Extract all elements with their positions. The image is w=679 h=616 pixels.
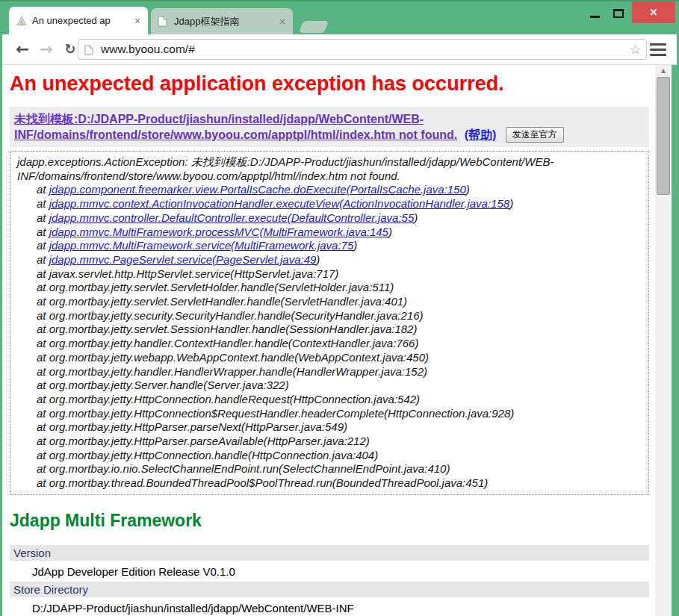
maximize-icon — [613, 9, 624, 18]
back-arrow-icon: ← — [16, 40, 29, 58]
tab-jdapp-guide[interactable]: Jdapp框架指南 × — [151, 8, 293, 34]
send-to-official-button[interactable]: 发送至官方 — [506, 127, 564, 143]
stack-frame: at javax.servlet.http.HttpServlet.servic… — [17, 267, 642, 281]
stack-frame: at org.mortbay.jetty.HttpConnection.hand… — [17, 449, 642, 463]
close-icon: ✕ — [650, 7, 658, 18]
url-input[interactable]: www.byoou.com/# — [101, 40, 195, 59]
stack-frame: at jdapp.mmvc.MultiFramework.processMVC(… — [17, 225, 642, 240]
bookmark-star-icon[interactable]: ☆ — [630, 40, 641, 59]
tab-close-icon[interactable]: × — [131, 15, 143, 27]
stack-frame: at org.mortbay.jetty.HttpParser.parseNex… — [17, 420, 642, 435]
scroll-up-arrow[interactable]: ▲ — [655, 65, 672, 77]
exception-message: jdapp.exceptions.ActionException: 未找到模板:… — [17, 155, 642, 183]
tab-close-icon[interactable]: × — [276, 16, 288, 28]
stack-frame: at org.mortbay.jetty.servlet.ServletHand… — [17, 295, 642, 309]
section-value-store-directory: D:/JDAPP-Product/jiashun/installed/jdapp… — [32, 602, 655, 615]
section-value-version: JdApp Developer Edition Release V0.1.0 — [32, 565, 655, 578]
framework-title: Jdapp Multi Framework — [10, 511, 655, 531]
stack-frame-link[interactable]: jdapp.mmvc.MultiFramework.processMVC(Mul… — [49, 225, 388, 238]
reload-icon: ↻ — [64, 41, 75, 57]
template-error-link[interactable]: 未找到模板:D:/JDAPP-Product/jiashun/installed… — [14, 113, 457, 141]
back-button[interactable]: ← — [11, 34, 34, 64]
section-label-version: Version — [10, 545, 649, 561]
stack-frame: at jdapp.component.freemarker.view.Porta… — [17, 183, 642, 197]
maximize-button[interactable] — [607, 6, 630, 21]
stack-frame: at org.mortbay.jetty.security.SecurityHa… — [17, 309, 642, 323]
section-label-store-directory: Store Directory — [10, 582, 649, 597]
stack-frame-link[interactable]: jdapp.mmvc.PageServlet.service(PageServl… — [49, 253, 317, 266]
scrollbar-thumb[interactable] — [657, 77, 670, 195]
error-heading: An unexpected application exception has … — [10, 72, 655, 96]
document-icon — [158, 16, 170, 28]
help-link[interactable]: (帮助) — [465, 128, 497, 141]
stack-frame: at org.mortbay.thread.BoundedThreadPool$… — [17, 476, 642, 491]
stack-trace-box: jdapp.exceptions.ActionException: 未找到模板:… — [10, 151, 649, 495]
stack-frame: at org.mortbay.jetty.servlet.SessionHand… — [17, 323, 642, 337]
stack-frame-link[interactable]: jdapp.component.freemarker.view.PortalIs… — [49, 183, 466, 196]
stack-frames: at jdapp.component.freemarker.view.Porta… — [17, 183, 642, 490]
page-icon — [84, 45, 93, 58]
stack-frame: at org.mortbay.jetty.handler.HandlerWrap… — [17, 365, 642, 379]
stack-frame-link[interactable]: jdapp.mmvc.MultiFramework.service(MultiF… — [49, 239, 354, 252]
stack-frame: at org.mortbay.jetty.servlet.ServletHold… — [17, 281, 642, 295]
stack-frame: at org.mortbay.jetty.HttpConnection.hand… — [17, 393, 642, 407]
stack-frame: at org.mortbay.jetty.HttpParser.parseAva… — [17, 435, 642, 449]
menu-button[interactable] — [650, 43, 666, 56]
browser-window: An unexpected ap × Jdapp框架指南 × ✕ ← → ↻ — [0, 0, 679, 616]
minimize-button[interactable] — [583, 6, 606, 21]
new-tab-button[interactable] — [299, 21, 329, 33]
minimize-icon — [590, 16, 600, 18]
forward-button[interactable]: → — [35, 34, 58, 64]
tab-title: Jdapp框架指南 — [174, 15, 275, 28]
page-content: An unexpected application exception has … — [2, 65, 655, 616]
stack-frame: at jdapp.mmvc.MultiFramework.service(Mul… — [17, 239, 642, 253]
tab-error-page[interactable]: An unexpected ap × — [9, 7, 148, 34]
mountain-logo-icon — [16, 15, 28, 27]
stack-frame: at org.mortbay.jetty.handler.ContextHand… — [17, 337, 642, 351]
stack-frame: at jdapp.mmvc.controller.DefaultControll… — [17, 211, 642, 225]
stack-frame: at jdapp.mmvc.context.ActionInvocationHa… — [17, 197, 642, 211]
browser-toolbar: ← → ↻ www.byoou.com/# ☆ — [2, 34, 677, 65]
stack-frame: at org.mortbay.jetty.Server.handle(Serve… — [17, 379, 642, 393]
stack-frame: at org.mortbay.io.nio.SelectChannelEndPo… — [17, 462, 642, 476]
url-bar[interactable]: www.byoou.com/# ☆ — [78, 39, 647, 60]
forward-arrow-icon: → — [40, 40, 53, 58]
error-summary-box: 未找到模板:D:/JDAPP-Product/jiashun/installed… — [10, 107, 649, 147]
stack-frame-link[interactable]: jdapp.mmvc.context.ActionInvocationHandl… — [49, 197, 509, 210]
scrollbar[interactable]: ▲ — [655, 65, 672, 616]
stack-frame: at jdapp.mmvc.PageServlet.service(PageSe… — [17, 253, 642, 267]
stack-frame: at org.mortbay.jetty.HttpConnection$Requ… — [17, 407, 642, 421]
tab-title: An unexpected ap — [32, 14, 130, 27]
stack-frame-link[interactable]: jdapp.mmvc.controller.DefaultController.… — [49, 211, 415, 224]
stack-frame: at org.mortbay.jetty.webapp.WebAppContex… — [17, 351, 642, 365]
close-button[interactable]: ✕ — [632, 1, 675, 23]
